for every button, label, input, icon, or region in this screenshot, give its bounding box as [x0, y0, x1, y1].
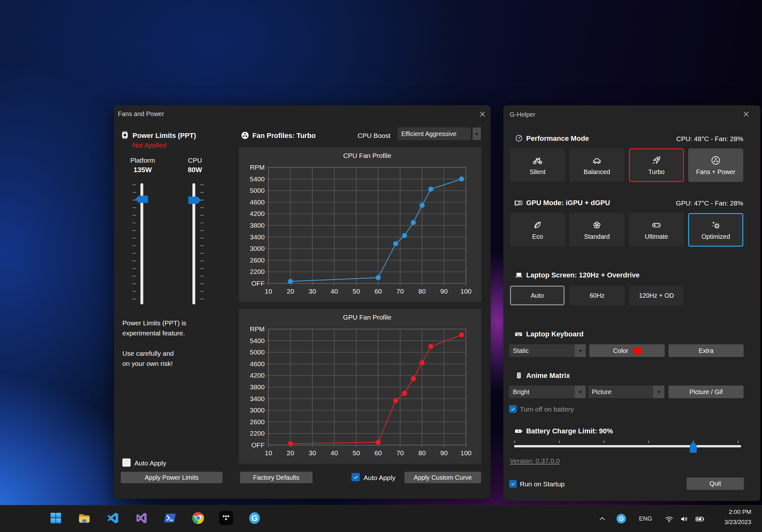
gpu-temp-status: GPU: 47°C - Fan: 28% — [676, 199, 743, 207]
powershell-icon[interactable] — [163, 511, 177, 525]
apply-custom-curve-button[interactable]: Apply Custom Curve — [405, 472, 481, 483]
svg-text:OFF: OFF — [251, 280, 265, 287]
tray-clock-time[interactable]: 2:00 PM — [729, 508, 751, 515]
svg-text:60: 60 — [374, 287, 382, 295]
run-on-startup-checkbox[interactable] — [509, 480, 517, 488]
version-link[interactable]: Version: 0.37.0.0 — [510, 457, 560, 465]
cpu-fan-profile-chart[interactable]: CPU Fan Profile102030405060708090100OFF2… — [239, 147, 482, 302]
cpu-boost-label: CPU Boost — [357, 132, 391, 139]
svg-text:3800: 3800 — [250, 222, 265, 229]
perf-mode-balanced-button[interactable]: Balanced — [569, 148, 624, 182]
battery-tray-icon[interactable] — [695, 514, 705, 524]
gpu-fan-profile-chart[interactable]: GPU Fan Profile102030405060708090100OFF2… — [239, 309, 482, 464]
chrome-icon[interactable] — [191, 511, 205, 525]
volume-icon[interactable] — [680, 514, 689, 524]
curve-auto-apply-checkbox[interactable] — [351, 473, 360, 481]
anime-picture-gif-button[interactable]: Picture / Gif — [668, 386, 744, 398]
svg-text:10: 10 — [265, 287, 272, 295]
perf-mode-turbo-button[interactable]: Turbo — [629, 148, 684, 182]
quit-button[interactable]: Quit — [687, 478, 744, 490]
g-helper-logo-icon: G — [248, 511, 262, 525]
svg-text:RPM: RPM — [250, 164, 265, 171]
platform-value: 135W — [123, 166, 162, 174]
svg-text:80: 80 — [419, 287, 426, 295]
svg-text:3400: 3400 — [250, 233, 265, 241]
tray-chevron-up-icon[interactable] — [598, 514, 607, 523]
apply-power-limits-button[interactable]: Apply Power Limits — [121, 472, 222, 483]
screen-120hz-od-button[interactable]: 120Hz + OD — [629, 286, 684, 305]
tidal-icon[interactable] — [219, 511, 233, 525]
svg-text:2200: 2200 — [250, 268, 265, 275]
g-helper-window: G-Helper Performance Mode CPU: 48°C - Fa… — [503, 105, 760, 501]
power-auto-apply-checkbox[interactable] — [122, 458, 130, 467]
tray-g-helper-icon[interactable]: G — [616, 513, 627, 524]
svg-text:30: 30 — [309, 449, 316, 457]
svg-text:100: 100 — [460, 287, 471, 295]
perf-mode-fans-power-button[interactable]: Fans + Power — [688, 148, 743, 182]
svg-text:3000: 3000 — [250, 245, 265, 252]
keyboard-mode-select-arrow[interactable] — [575, 344, 586, 357]
anime-brightness-select-arrow[interactable] — [575, 386, 586, 398]
gpu-mode-ultimate-button[interactable]: Ultimate — [629, 213, 684, 247]
platform-label: Platform — [123, 157, 162, 164]
vscode-logo-icon — [106, 511, 120, 525]
keyboard-color-button[interactable]: Color — [589, 344, 665, 357]
auto-optimize-icon — [710, 220, 721, 231]
gpu-mode-optimized-button[interactable]: Optimized — [688, 213, 743, 247]
power-limits-status: Not Applied — [132, 141, 166, 149]
svg-text:4200: 4200 — [250, 210, 265, 217]
svg-text:50: 50 — [352, 449, 360, 457]
anime-running-select[interactable]: Picture — [588, 386, 664, 398]
anime-brightness-select[interactable]: Bright — [509, 386, 586, 398]
vscode-icon[interactable] — [106, 511, 120, 525]
platform-slider-ticks — [132, 185, 136, 304]
check-icon — [511, 407, 515, 412]
tray-language[interactable]: ENG — [639, 515, 652, 522]
fans-and-power-window: Fans and Power Power Limits (PPT) Not Ap… — [114, 105, 491, 499]
file-explorer-icon[interactable] — [77, 511, 92, 525]
gpu-mode-eco-button[interactable]: Eco — [510, 213, 565, 247]
factory-defaults-button[interactable]: Factory Defaults — [240, 472, 313, 483]
cpu-slider-thumb[interactable] — [188, 196, 201, 204]
performance-mode-heading: Performance Mode — [526, 134, 589, 143]
perf-mode-silent-button[interactable]: Silent — [510, 148, 565, 182]
platform-slider-thumb[interactable] — [135, 195, 148, 203]
speedometer-icon — [515, 134, 523, 142]
svg-text:70: 70 — [397, 449, 404, 457]
mode-label: Ultimate — [645, 233, 668, 240]
battery-slider-thumb[interactable] — [690, 442, 697, 453]
check-icon — [353, 475, 358, 480]
battery-charge-icon — [514, 427, 523, 436]
keyboard-mode-select[interactable]: Static — [509, 344, 586, 357]
cpu-boost-select-arrow[interactable] — [473, 127, 481, 140]
gpu-mode-heading: GPU Mode: iGPU + dGPU — [526, 199, 610, 207]
svg-text:GPU Fan Profile: GPU Fan Profile — [343, 314, 392, 321]
screen-auto-button[interactable]: Auto — [510, 286, 565, 305]
svg-text:70: 70 — [397, 287, 404, 295]
anime-matrix-icon — [515, 371, 523, 379]
taskbar: G G ENG 2:00 PM 3/23/2023 — [0, 505, 762, 532]
check-icon — [511, 482, 515, 486]
leaf-icon — [532, 220, 543, 231]
cpu-boost-select[interactable]: Efficient Aggressive — [398, 127, 471, 140]
turn-off-on-battery-checkbox[interactable] — [509, 405, 517, 413]
keyboard-extra-button[interactable]: Extra — [668, 344, 744, 357]
wifi-icon[interactable] — [664, 514, 674, 524]
start-button[interactable] — [48, 511, 63, 525]
gpu-mode-standard-button[interactable]: Standard — [569, 213, 624, 247]
g-helper-taskbar-icon[interactable]: G — [247, 511, 262, 525]
gpu-card-icon — [514, 198, 523, 207]
svg-text:4600: 4600 — [250, 360, 265, 367]
close-icon[interactable] — [742, 110, 751, 118]
visual-studio-icon[interactable] — [134, 511, 149, 525]
close-icon[interactable] — [478, 110, 487, 118]
screen-60hz-button[interactable]: 60Hz — [569, 286, 625, 305]
cpu-chip-icon — [120, 131, 129, 139]
svg-text:4600: 4600 — [250, 198, 265, 206]
anime-running-select-arrow[interactable] — [653, 386, 664, 398]
battery-slider-track[interactable] — [514, 445, 741, 447]
anime-matrix-heading: Anime Matrix — [526, 372, 570, 380]
laptop-keyboard-heading: Laptop Keyboard — [526, 330, 583, 338]
mode-label: Silent — [530, 168, 546, 176]
tray-clock-date[interactable]: 3/23/2023 — [724, 519, 751, 526]
